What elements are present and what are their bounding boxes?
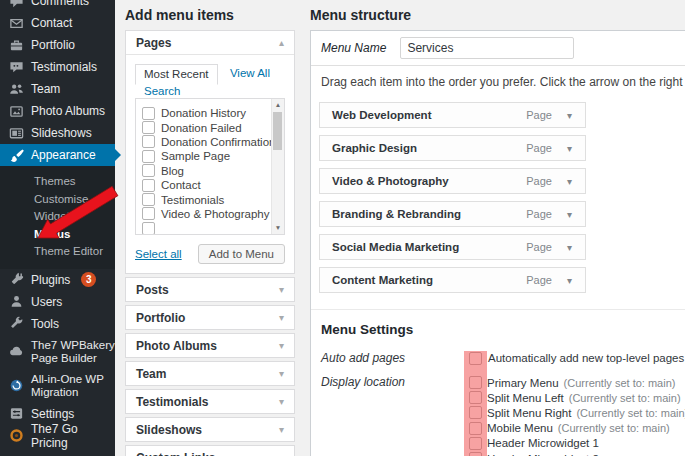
menu-item-social-media-marketing[interactable]: Social Media Marketing Page▾ xyxy=(319,234,586,260)
location-checkbox[interactable] xyxy=(469,406,482,419)
scroll-down-icon[interactable]: ▼ xyxy=(272,222,284,234)
pages-panel-title: Pages xyxy=(136,36,171,50)
sidebar-item-testimonials[interactable]: Testimonials xyxy=(0,56,115,78)
submenu-item-menus[interactable]: Menus xyxy=(0,226,115,244)
menu-item-video-photography[interactable]: Video & Photography Page▾ xyxy=(319,168,586,194)
tab-most-recent[interactable]: Most Recent xyxy=(135,64,218,85)
select-all-link[interactable]: Select all xyxy=(135,248,182,260)
sidebar-item-all-in-one-migration[interactable]: All-in-One WP Migration xyxy=(0,369,115,403)
display-location-row: Display location Primary Menu(Currently … xyxy=(321,375,685,456)
sidebar-item-portfolio[interactable]: Portfolio xyxy=(0,34,115,56)
chevron-down-icon[interactable]: ▾ xyxy=(567,143,572,154)
menu-structure-column: Menu structure Menu Name Drag each item … xyxy=(310,0,685,456)
chevron-down-icon[interactable]: ▾ xyxy=(567,110,572,121)
page-checkbox[interactable] xyxy=(142,222,155,235)
page-check-label: Video & Photography xyxy=(161,208,269,220)
go-pricing-icon xyxy=(9,428,24,443)
accordion-team[interactable]: Team▾ xyxy=(125,361,295,386)
sidebar-item-appearance[interactable]: Appearance xyxy=(0,144,115,166)
location-checkbox[interactable] xyxy=(469,376,482,389)
menu-item-graphic-design[interactable]: Graphic Design Page▾ xyxy=(319,135,586,161)
accordion-posts[interactable]: Posts▾ xyxy=(125,277,295,302)
page-check-label: Donation Confirmation xyxy=(161,136,275,148)
accordion-photo-albums[interactable]: Photo Albums▾ xyxy=(125,333,295,358)
page-checkbox[interactable] xyxy=(142,207,155,220)
accordion-slideshows[interactable]: Slideshows▾ xyxy=(125,417,295,442)
page-check-item: Sample Page xyxy=(142,149,270,163)
scroll-up-icon[interactable]: ▲ xyxy=(272,99,284,111)
location-checkbox[interactable] xyxy=(469,391,482,404)
page-check-item: Donation History xyxy=(142,106,270,120)
sidebar-item-slideshows[interactable]: Slideshows xyxy=(0,122,115,144)
location-checkbox[interactable] xyxy=(469,422,482,435)
sidebar-item-label: Tools xyxy=(31,317,59,331)
submenu-item-customise[interactable]: Customise xyxy=(0,191,115,209)
sidebar-item-the7-go-pricing[interactable]: The7 Go Pricing xyxy=(0,425,115,447)
pages-panel-header[interactable]: Pages ▴ xyxy=(126,31,294,55)
menu-item-branding-rebranding[interactable]: Branding & Rebranding Page▾ xyxy=(319,201,586,227)
location-checkbox[interactable] xyxy=(469,452,482,456)
location-note: (Currently set to: main) xyxy=(564,377,676,389)
wordpress-admin-menus-page: { "colors":{"sidebar_bg":"#23282d","acti… xyxy=(0,0,685,456)
page-checkbox[interactable] xyxy=(142,135,155,148)
add-to-menu-button[interactable]: Add to Menu xyxy=(198,244,285,264)
page-check-item: Donation Confirmation xyxy=(142,135,270,149)
paintbrush-icon xyxy=(9,148,24,163)
accordion-custom-links[interactable]: Custom Links▾ xyxy=(125,445,295,456)
page-checkbox[interactable] xyxy=(142,179,155,192)
migration-circle-icon xyxy=(9,378,24,393)
admin-sidebar: Comments Contact Portfolio Testimonials … xyxy=(0,0,115,456)
sidebar-item-label: Slideshows xyxy=(31,126,92,140)
tab-view-all[interactable]: View All xyxy=(230,67,270,79)
sidebar-item-label: Users xyxy=(31,295,62,309)
sidebar-item-comments[interactable]: Comments xyxy=(0,0,115,12)
sidebar-item-tools[interactable]: Tools xyxy=(0,313,115,335)
pages-checklist: Donation History Donation Failed Donatio… xyxy=(135,98,285,235)
sidebar-item-users[interactable]: Users xyxy=(0,291,115,313)
sidebar-item-plugins[interactable]: Plugins 3 xyxy=(0,269,115,291)
chevron-down-icon[interactable]: ▾ xyxy=(567,209,572,220)
submenu-item-widgets[interactable]: Widgets xyxy=(0,208,115,226)
sidebar-item-contact[interactable]: Contact xyxy=(0,12,115,34)
menu-name-row: Menu Name xyxy=(311,31,685,66)
location-note: (Currently set to: main) xyxy=(558,422,670,434)
sidebar-item-team[interactable]: Team xyxy=(0,78,115,100)
page-check-label: Sample Page xyxy=(161,150,230,162)
chevron-down-icon[interactable]: ▾ xyxy=(567,275,572,286)
sidebar-item-label: Plugins xyxy=(31,273,70,287)
sidebar-item-photo-albums[interactable]: Photo Albums xyxy=(0,100,115,122)
page-check-label: Donation Failed xyxy=(161,122,242,134)
location-mobile-menu: Mobile Menu(Currently set to: main) xyxy=(469,421,685,436)
page-checkbox[interactable] xyxy=(142,107,155,120)
comments-icon xyxy=(9,0,24,9)
tab-search[interactable]: Search xyxy=(144,85,180,97)
accordion-portfolio[interactable]: Portfolio▾ xyxy=(125,305,295,330)
photo-icon xyxy=(9,104,24,119)
menu-name-label: Menu Name xyxy=(321,41,386,55)
auto-add-pages-row: Auto add pages Automatically add new top… xyxy=(321,351,685,365)
submenu-item-themes[interactable]: Themes xyxy=(0,173,115,191)
page-checkbox[interactable] xyxy=(142,164,155,177)
chevron-down-icon[interactable]: ▾ xyxy=(567,176,572,187)
chevron-down-icon: ▾ xyxy=(279,425,284,435)
page-checkbox[interactable] xyxy=(142,193,155,206)
page-checkbox[interactable] xyxy=(142,121,155,134)
pages-list-scrollbar[interactable]: ▲ ▼ xyxy=(271,99,284,234)
chevron-down-icon[interactable]: ▾ xyxy=(567,242,572,253)
sidebar-item-label: Testimonials xyxy=(31,60,97,74)
menu-item-web-development[interactable]: Web Development Page▾ xyxy=(319,102,586,128)
auto-add-pages-checkbox[interactable] xyxy=(469,352,482,365)
chevron-down-icon: ▾ xyxy=(279,285,284,295)
location-checkbox[interactable] xyxy=(469,437,482,450)
sidebar-item-wpbakery[interactable]: The7 WPBakery Page Builder xyxy=(0,335,115,369)
add-menu-items-column: Add menu items Pages ▴ Most Recent View … xyxy=(125,0,295,456)
submenu-item-theme-editor[interactable]: Theme Editor xyxy=(0,243,115,261)
sidebar-item-label: The7 Go Pricing xyxy=(31,422,115,450)
page-checkbox[interactable] xyxy=(142,150,155,163)
menu-item-content-marketing[interactable]: Content Marketing Page▾ xyxy=(319,267,586,293)
scrollbar-thumb[interactable] xyxy=(273,112,282,150)
pages-panel: Pages ▴ Most Recent View All Search Dona… xyxy=(125,30,295,274)
accordion-testimonials[interactable]: Testimonials▾ xyxy=(125,389,295,414)
menu-settings-section: Menu Settings Auto add pages Automatical… xyxy=(311,310,685,456)
menu-name-input[interactable] xyxy=(400,37,574,59)
